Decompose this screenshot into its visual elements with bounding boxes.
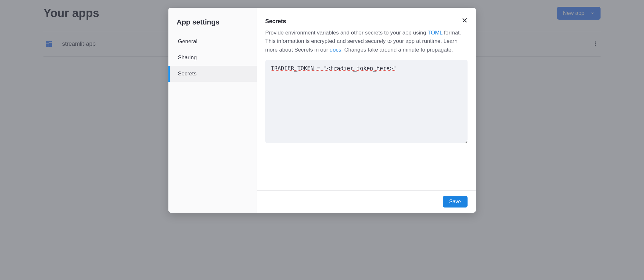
- sidebar-item-label: General: [178, 38, 197, 45]
- modal-sidebar-title: App settings: [168, 18, 257, 34]
- secrets-description: Provide environment variables and other …: [265, 29, 468, 54]
- sidebar-item-secrets[interactable]: Secrets: [168, 66, 257, 82]
- modal-sidebar: App settings General Sharing Secrets: [168, 8, 257, 213]
- desc-text: . Changes take around a minute to propag…: [341, 47, 453, 53]
- toml-link[interactable]: TOML: [428, 30, 442, 36]
- desc-text: Provide environment variables and other …: [265, 30, 428, 36]
- save-button[interactable]: Save: [443, 196, 467, 208]
- close-icon: [462, 17, 468, 23]
- secrets-input[interactable]: [265, 60, 468, 143]
- modal-main: Secrets Provide environment variables an…: [257, 8, 476, 213]
- modal-body: Secrets Provide environment variables an…: [257, 8, 476, 190]
- modal-overlay[interactable]: App settings General Sharing Secrets Sec…: [0, 0, 644, 280]
- sidebar-item-sharing[interactable]: Sharing: [168, 50, 257, 66]
- docs-link[interactable]: docs: [330, 47, 341, 53]
- sidebar-item-label: Sharing: [178, 54, 197, 61]
- sidebar-item-label: Secrets: [178, 71, 197, 77]
- app-settings-modal: App settings General Sharing Secrets Sec…: [168, 8, 476, 213]
- sidebar-item-general[interactable]: General: [168, 34, 257, 50]
- modal-section-title: Secrets: [265, 18, 468, 25]
- modal-footer: Save: [257, 190, 476, 213]
- close-button[interactable]: [462, 17, 468, 24]
